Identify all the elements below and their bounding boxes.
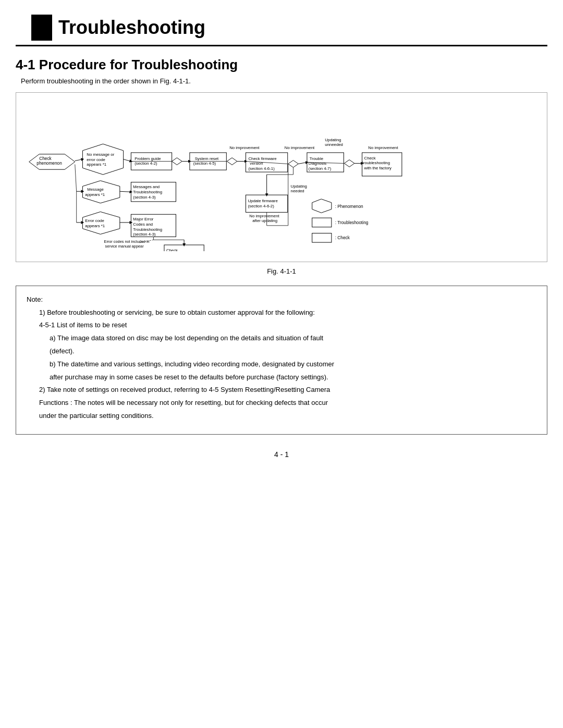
svg-text:Messages and: Messages and xyxy=(133,184,160,189)
note-line3a: a) The image data stored on disc may be … xyxy=(50,333,536,344)
svg-text:Check: Check xyxy=(364,156,375,161)
page-header: Troubleshooting xyxy=(16,10,547,46)
svg-text:: Phenomenon: : Phenomenon xyxy=(335,204,363,209)
svg-text:(section 4-3): (section 4-3) xyxy=(133,232,156,237)
note-line2: 4-5-1 List of items to be reset xyxy=(39,320,536,331)
svg-text:Update firmware: Update firmware xyxy=(248,199,277,203)
svg-text:Codes and: Codes and xyxy=(133,222,153,227)
svg-rect-51 xyxy=(312,233,332,242)
svg-marker-78 xyxy=(288,161,299,168)
fig-caption: Fig. 4-1-1 xyxy=(0,267,563,275)
svg-text:Trouble: Trouble xyxy=(310,156,323,161)
note-line4b: after purchase may in some cases be rese… xyxy=(50,372,536,383)
svg-text:troubleshooting: troubleshooting xyxy=(362,161,390,165)
svg-marker-72 xyxy=(172,158,182,165)
svg-text:No improvement: No improvement xyxy=(285,145,315,150)
svg-marker-75 xyxy=(227,158,237,165)
svg-text:(section 4-6-1): (section 4-6-1) xyxy=(248,166,275,171)
svg-text:(section 4-7): (section 4-7) xyxy=(309,166,332,171)
svg-text:needed: needed xyxy=(291,189,304,193)
svg-text:with the factory: with the factory xyxy=(363,166,391,170)
intro-text: Perform troubleshooting in the order sho… xyxy=(21,77,547,85)
svg-marker-47 xyxy=(312,199,332,213)
note-line4a: b) The date/time and various settings, i… xyxy=(50,359,536,370)
svg-text:Updating: Updating xyxy=(291,184,307,189)
svg-text:Check firmware: Check firmware xyxy=(248,156,276,161)
svg-rect-49 xyxy=(312,218,332,227)
svg-text:Message: Message xyxy=(87,187,104,192)
svg-line-65 xyxy=(124,159,131,162)
note-line3b: (defect). xyxy=(50,346,536,357)
svg-text:(section 4-6-2): (section 4-6-2) xyxy=(248,204,274,208)
flowchart-diagram: Check phenomenon No message or error cod… xyxy=(21,103,542,251)
svg-text:appears *1: appears *1 xyxy=(85,192,105,197)
svg-text:: Troubleshooting: : Troubleshooting xyxy=(335,220,369,225)
svg-text:Troubleshooting: Troubleshooting xyxy=(133,190,162,194)
note-heading: Note: xyxy=(27,294,536,305)
svg-text:Updating: Updating xyxy=(325,138,341,142)
svg-text:appears *1: appears *1 xyxy=(87,162,106,167)
svg-text:Check: Check xyxy=(166,248,178,251)
svg-text:Major Error: Major Error xyxy=(133,217,153,221)
svg-text:service manual appear: service manual appear xyxy=(105,244,144,249)
svg-text:(section 4-5): (section 4-5) xyxy=(193,161,216,166)
svg-text:(section 4-2): (section 4-2) xyxy=(134,161,157,166)
flowchart-container: Check phenomenon No message or error cod… xyxy=(16,92,547,262)
svg-text:Error codes not included in: Error codes not included in xyxy=(104,239,150,244)
svg-text:(section 4-3): (section 4-3) xyxy=(133,195,156,200)
note-line1: 1) Before troubleshooting or servicing, … xyxy=(39,307,536,318)
svg-text:Problem guide: Problem guide xyxy=(134,156,161,161)
header-title: Troubleshooting xyxy=(58,17,205,39)
svg-text:appears *1: appears *1 xyxy=(85,224,105,228)
svg-text:: Check: : Check xyxy=(335,235,350,240)
svg-text:after updating: after updating xyxy=(252,218,277,223)
svg-text:phenomenon: phenomenon xyxy=(36,161,62,166)
svg-line-66 xyxy=(75,164,77,191)
section-title: 4-1 Procedure for Troubleshooting xyxy=(16,57,547,73)
svg-text:Error code: Error code xyxy=(85,218,104,223)
note-line5b: Functions : The notes will be necessary … xyxy=(39,398,536,409)
svg-text:No improvement: No improvement xyxy=(249,214,279,218)
note-box: Note: 1) Before troubleshooting or servi… xyxy=(16,286,547,435)
svg-text:System reset: System reset xyxy=(195,156,219,161)
svg-text:Diagnosis: Diagnosis xyxy=(309,161,326,166)
page-number: 4 - 1 xyxy=(0,450,563,459)
svg-text:No improvement: No improvement xyxy=(368,145,398,150)
svg-line-80 xyxy=(298,162,307,164)
svg-text:unneeded: unneeded xyxy=(325,142,343,147)
svg-text:error code: error code xyxy=(87,157,105,162)
note-line5c: under the particular setting conditions. xyxy=(39,411,536,422)
svg-line-64 xyxy=(75,159,83,161)
svg-text:No improvement: No improvement xyxy=(229,145,260,150)
svg-text:No message or: No message or xyxy=(87,152,114,157)
note-line5a: 2) Take note of settings on received pro… xyxy=(39,385,536,396)
svg-text:Troubleshooting: Troubleshooting xyxy=(133,227,162,232)
svg-text:Check: Check xyxy=(39,156,52,161)
svg-marker-81 xyxy=(344,160,354,167)
header-black-box xyxy=(31,15,52,41)
svg-line-70 xyxy=(120,191,131,192)
